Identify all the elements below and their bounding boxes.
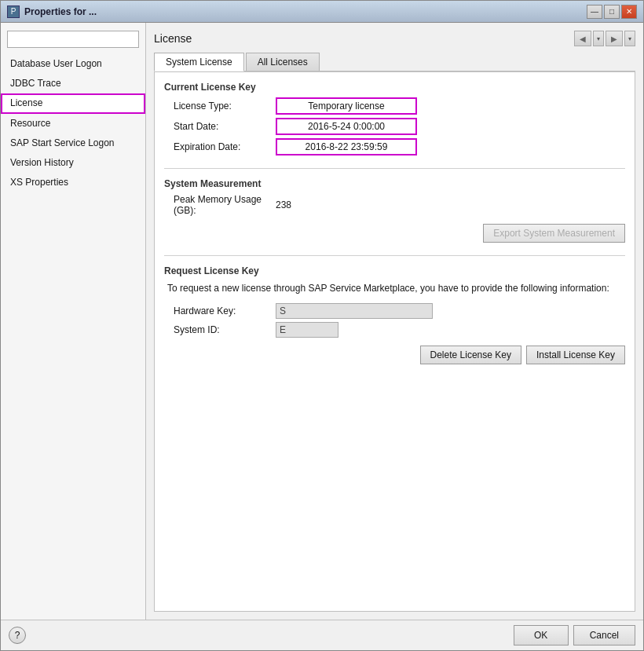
license-type-label: License Type: (174, 101, 276, 112)
maximize-button[interactable]: □ (604, 5, 620, 19)
start-date-value: 2016-5-24 0:00:00 (276, 118, 417, 135)
license-action-buttons: Delete License Key Install License Key (164, 346, 625, 364)
delete-license-key-button[interactable]: Delete License Key (420, 346, 521, 364)
right-panel: License ◀ ▾ ▶ ▾ System License All Licen… (146, 23, 643, 620)
peak-memory-value: 238 (276, 199, 291, 210)
sidebar: Database User Logon JDBC Trace License R… (1, 23, 146, 620)
sidebar-search-input[interactable] (7, 31, 139, 48)
request-info-text: To request a new license through SAP Ser… (164, 281, 625, 295)
content-area: Current License Key License Type: Tempor… (154, 71, 635, 612)
system-id-row: System ID: (164, 322, 625, 338)
window-icon: P (7, 5, 20, 18)
system-measurement-section: System Measurement Peak Memory Usage (GB… (164, 178, 625, 243)
cancel-button[interactable]: Cancel (573, 625, 635, 646)
divider-1 (164, 168, 625, 169)
title-bar: P Properties for ... — □ ✕ (1, 1, 643, 23)
hardware-key-label: Hardware Key: (174, 305, 276, 316)
forward-button[interactable]: ▶ (606, 31, 623, 46)
peak-memory-label: Peak Memory Usage (GB): (174, 194, 276, 216)
sidebar-item-license[interactable]: License (1, 93, 145, 113)
export-button-row: Export System Measurement (164, 224, 625, 243)
back-dropdown[interactable]: ▾ (593, 31, 604, 46)
nav-buttons: ◀ ▾ ▶ ▾ (574, 31, 635, 46)
sidebar-item-version-history[interactable]: Version History (1, 153, 145, 173)
sidebar-item-resource[interactable]: Resource (1, 114, 145, 133)
help-button[interactable]: ? (9, 627, 26, 644)
sidebar-item-database-user-logon[interactable]: Database User Logon (1, 54, 145, 74)
current-license-key-title: Current License Key (164, 82, 625, 93)
close-button[interactable]: ✕ (621, 5, 637, 19)
start-date-row: Start Date: 2016-5-24 0:00:00 (164, 118, 625, 135)
current-license-key-section: Current License Key License Type: Tempor… (164, 82, 625, 155)
back-button[interactable]: ◀ (574, 31, 591, 46)
ok-button[interactable]: OK (514, 625, 569, 646)
sidebar-item-jdbc-trace[interactable]: JDBC Trace (1, 74, 145, 93)
peak-memory-row: Peak Memory Usage (GB): 238 (164, 194, 625, 216)
sidebar-item-sap-start-service-logon[interactable]: SAP Start Service Logon (1, 133, 145, 153)
tab-system-license[interactable]: System License (154, 53, 244, 71)
tab-all-licenses[interactable]: All Licenses (246, 53, 320, 71)
export-system-measurement-button[interactable]: Export System Measurement (483, 224, 625, 243)
license-type-value: Temporary license (276, 97, 417, 115)
system-id-label: System ID: (174, 324, 276, 335)
sidebar-item-xs-properties[interactable]: XS Properties (1, 173, 145, 192)
expiration-date-value: 2016-8-22 23:59:59 (276, 138, 417, 155)
panel-header: License ◀ ▾ ▶ ▾ (154, 31, 635, 46)
hardware-key-row: Hardware Key: (164, 303, 625, 319)
footer-buttons: OK Cancel (514, 625, 635, 646)
footer: ? OK Cancel (1, 620, 643, 650)
divider-2 (164, 255, 625, 256)
main-window: P Properties for ... — □ ✕ Database User… (0, 0, 644, 651)
minimize-button[interactable]: — (587, 5, 602, 19)
expiration-date-label: Expiration Date: (174, 141, 276, 152)
forward-dropdown[interactable]: ▾ (624, 31, 635, 46)
panel-title: License (154, 32, 192, 45)
start-date-label: Start Date: (174, 121, 276, 132)
hardware-key-input[interactable] (276, 303, 433, 319)
main-content: Database User Logon JDBC Trace License R… (1, 23, 643, 620)
install-license-key-button[interactable]: Install License Key (526, 346, 625, 364)
tabs-container: System License All Licenses (154, 53, 635, 71)
system-measurement-title: System Measurement (164, 178, 625, 189)
license-type-row: License Type: Temporary license (164, 97, 625, 115)
request-license-key-section: Request License Key To request a new lic… (164, 265, 625, 364)
window-controls: — □ ✕ (587, 5, 637, 19)
request-license-key-title: Request License Key (164, 265, 625, 276)
window-title: Properties for ... (24, 6, 587, 17)
system-id-input[interactable] (276, 322, 338, 338)
expiration-date-row: Expiration Date: 2016-8-22 23:59:59 (164, 138, 625, 155)
